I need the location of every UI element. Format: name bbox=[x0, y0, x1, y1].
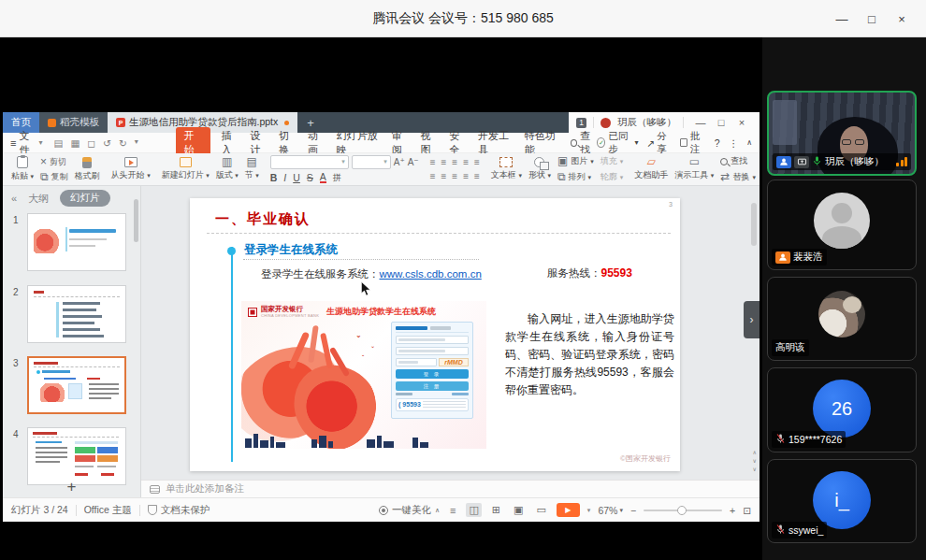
menu-devtools[interactable]: 开发工具 bbox=[478, 129, 514, 157]
picture-button[interactable]: ▣图片 ▾ bbox=[557, 155, 594, 167]
bullet-list-icon[interactable]: ≡ bbox=[430, 157, 436, 167]
cut-button[interactable]: ×剪切 bbox=[40, 156, 68, 168]
slide-thumbnail-4[interactable] bbox=[27, 427, 126, 485]
line-spacing-icon[interactable]: ≡ bbox=[474, 157, 480, 167]
format-painter-button[interactable]: 格式刷 bbox=[75, 157, 100, 182]
collapse-sidebar-button[interactable]: « bbox=[11, 193, 17, 204]
menu-slideshow[interactable]: 幻灯片放映 bbox=[337, 129, 381, 157]
fit-slide-button[interactable]: ⊡ bbox=[743, 505, 751, 516]
menu-design[interactable]: 设计 bbox=[250, 129, 268, 157]
layout-button[interactable]: ▥ 版式 ▾ bbox=[216, 157, 239, 181]
notes-toggle-icon[interactable]: ≡ bbox=[447, 504, 458, 517]
slide-nav-arrows[interactable]: ∧ ∨ ∨ bbox=[753, 449, 757, 472]
play-from-start-button[interactable]: 从头开始 ▾ bbox=[111, 157, 151, 181]
more-button[interactable]: ⋮ bbox=[729, 137, 739, 149]
section-button[interactable]: ▤ 节 ▾ bbox=[245, 157, 259, 181]
account-avatar[interactable] bbox=[600, 118, 611, 128]
outline-button[interactable]: 轮廓 ▾ bbox=[600, 171, 624, 183]
account-name[interactable]: 玥辰（哆哆） bbox=[617, 116, 676, 129]
font-family-select[interactable]: ▾ bbox=[270, 155, 349, 169]
participant-tile[interactable]: 26 159****7626 bbox=[767, 367, 917, 452]
tab-outline[interactable]: 大纲 bbox=[28, 192, 49, 206]
zoom-in-button[interactable]: + bbox=[730, 505, 735, 516]
add-slide-button[interactable]: + bbox=[3, 479, 140, 495]
tab-slides[interactable]: 幻灯片 bbox=[60, 190, 110, 207]
share-button[interactable]: ↗ 分享 bbox=[646, 130, 672, 156]
align-center-icon[interactable]: ≡ bbox=[441, 171, 446, 181]
sidebar-scrollbar[interactable] bbox=[134, 199, 138, 242]
paste-button[interactable]: 粘贴 ▾ bbox=[11, 156, 34, 182]
arrange-button[interactable]: ⧉排列 ▾ bbox=[557, 171, 594, 183]
pinyin-button[interactable]: 拼 bbox=[333, 172, 341, 184]
slide-sorter-icon[interactable]: ⊞ bbox=[489, 503, 503, 517]
wps-close-button[interactable]: × bbox=[731, 117, 752, 128]
play-options-icon[interactable]: ▾ bbox=[587, 507, 591, 514]
wps-restore-button[interactable]: □ bbox=[711, 117, 731, 128]
minimize-button[interactable]: — bbox=[827, 12, 857, 26]
text-box-button[interactable]: 文本框 ▾ bbox=[491, 157, 522, 181]
slide-3[interactable]: 3 一、毕业确认 登录学生在线系统 登录学生在线服务系统：www.csls.cd… bbox=[190, 198, 680, 471]
doc-assistant-button[interactable]: ▱ 文档助手 bbox=[634, 157, 668, 181]
italic-button[interactable]: I bbox=[283, 172, 286, 183]
expand-panel-flap[interactable]: › bbox=[744, 301, 760, 338]
participant-tile[interactable]: 高明该 bbox=[767, 277, 917, 361]
wps-minimize-button[interactable]: — bbox=[690, 117, 711, 128]
print-icon[interactable]: ▦ bbox=[70, 137, 80, 149]
comment-button[interactable]: 批注 bbox=[680, 130, 706, 156]
menu-animation[interactable]: 动画 bbox=[308, 129, 326, 157]
number-list-icon[interactable]: ≡ bbox=[441, 157, 446, 167]
copy-button[interactable]: ⧉复制 bbox=[40, 171, 68, 183]
distribute-icon[interactable]: ≡ bbox=[474, 171, 480, 181]
align-right-icon[interactable]: ≡ bbox=[452, 171, 457, 181]
file-menu[interactable]: ≡ 文件 ▾ bbox=[10, 129, 43, 157]
undo-icon[interactable]: ↺ bbox=[103, 137, 111, 149]
justify-icon[interactable]: ≡ bbox=[463, 171, 469, 181]
underline-button[interactable]: U bbox=[293, 172, 300, 183]
reading-view-icon[interactable]: ▣ bbox=[511, 503, 526, 517]
fill-button[interactable]: 填充 ▾ bbox=[600, 155, 624, 167]
zoom-slider-knob[interactable] bbox=[677, 506, 687, 515]
indent-increase-icon[interactable]: ≡ bbox=[463, 157, 469, 167]
redo-icon[interactable]: ↻ bbox=[119, 137, 127, 149]
menu-insert[interactable]: 插入 bbox=[222, 129, 239, 157]
save-icon[interactable]: ▤ bbox=[54, 137, 64, 149]
protection-status[interactable]: 文档未保护 bbox=[148, 504, 210, 517]
bold-button[interactable]: B bbox=[270, 172, 278, 183]
close-button[interactable]: × bbox=[887, 12, 917, 26]
tab-docker-templates[interactable]: 稻壳模板 bbox=[39, 112, 108, 133]
strikethrough-button[interactable]: S bbox=[307, 172, 313, 183]
font-size-select[interactable]: ▾ bbox=[352, 155, 391, 169]
align-left-icon[interactable]: ≡ bbox=[430, 171, 436, 181]
zoom-out-button[interactable]: − bbox=[630, 505, 636, 516]
help-button[interactable]: ? bbox=[715, 137, 720, 149]
menu-security[interactable]: 安全 bbox=[449, 129, 467, 157]
beautify-button[interactable]: 一键美化 ∧ bbox=[379, 504, 440, 517]
find-button[interactable]: 查找 bbox=[720, 155, 756, 167]
decrease-font-icon[interactable]: A⁻ bbox=[408, 157, 419, 167]
zoom-level[interactable]: 67% ▾ bbox=[598, 505, 623, 516]
maximize-button[interactable]: □ bbox=[857, 12, 887, 26]
replace-button[interactable]: ⇄替换 ▾ bbox=[720, 171, 756, 183]
new-slide-button[interactable]: 新建幻灯片 ▾ bbox=[162, 157, 210, 181]
shapes-button[interactable]: 形状 ▾ bbox=[528, 157, 551, 181]
menu-transition[interactable]: 切换 bbox=[279, 129, 297, 157]
sync-status[interactable]: ✓ 已同步 ▾ bbox=[597, 130, 638, 156]
participant-tile[interactable]: i_ ssywei_ bbox=[767, 459, 917, 543]
slideshow-pen-icon[interactable]: ▭ bbox=[533, 503, 548, 517]
play-slideshow-button[interactable]: ▶ bbox=[557, 503, 580, 517]
customize-toolbar-icon[interactable]: ▾ bbox=[135, 137, 138, 149]
menu-view[interactable]: 视图 bbox=[420, 129, 438, 157]
theme-label[interactable]: Office 主题 bbox=[84, 504, 132, 517]
increase-font-icon[interactable]: A⁺ bbox=[394, 157, 405, 167]
notes-bar[interactable]: 单击此处添加备注 bbox=[141, 480, 760, 497]
participant-tile-speaker[interactable]: 玥辰（哆哆） bbox=[767, 91, 917, 176]
zoom-slider[interactable] bbox=[644, 510, 722, 511]
normal-view-icon[interactable]: ◫ bbox=[466, 503, 481, 517]
slide-thumbnail-2[interactable] bbox=[27, 285, 126, 343]
indent-decrease-icon[interactable]: ≡ bbox=[452, 157, 457, 167]
slide-thumbnail-3-selected[interactable] bbox=[27, 356, 126, 414]
present-tools-button[interactable]: ▭ 演示工具 ▾ bbox=[674, 157, 714, 181]
slide-thumbnail-1[interactable] bbox=[27, 213, 126, 271]
system-link[interactable]: www.csls.cdb.com.cn bbox=[380, 268, 482, 280]
preview-icon[interactable]: ◻ bbox=[87, 137, 95, 149]
